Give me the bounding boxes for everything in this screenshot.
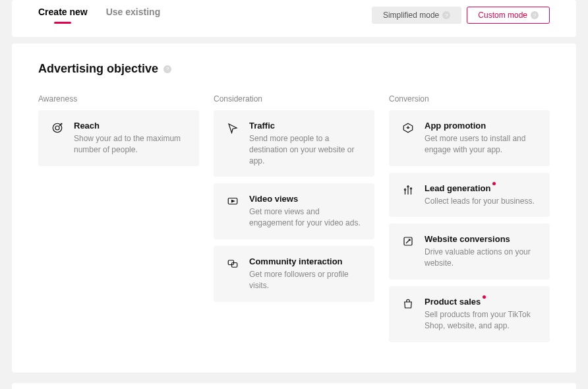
column-awareness: Awareness Reach Show your ad to the maxi…: [38, 94, 199, 349]
video-icon: [225, 194, 240, 229]
conversion-icon: [401, 234, 415, 269]
column-conversion: Conversion App promotion Get more users …: [389, 94, 550, 349]
card-desc: Drive valuable actions on your website.: [425, 247, 538, 269]
cursor-icon: [225, 121, 240, 166]
card-reach[interactable]: Reach Show your ad to the maximum number…: [38, 110, 199, 166]
simplified-mode-label: Simplified mode: [383, 11, 439, 20]
card-desc: Get more views and engagement for your v…: [249, 206, 363, 229]
leads-icon: [401, 183, 415, 207]
card-title: Video views: [249, 194, 298, 204]
app-icon: [401, 121, 415, 156]
card-desc: Send more people to a destination on you…: [249, 133, 363, 166]
top-panel: Create new Use existing Simplified mode …: [12, 0, 576, 37]
footer-panel: Continue: [12, 383, 576, 389]
svg-point-6: [407, 185, 409, 187]
svg-point-5: [404, 189, 405, 190]
svg-point-7: [410, 187, 411, 189]
card-community[interactable]: Community interaction Get more followers…: [214, 246, 374, 302]
section-title: Advertising objective: [38, 62, 158, 76]
objective-panel: Advertising objective ? Awareness Reach …: [12, 44, 576, 373]
custom-mode-button[interactable]: Custom mode ?: [467, 7, 550, 24]
card-desc: Show your ad to the maximum number of pe…: [74, 133, 187, 156]
target-icon: [50, 121, 65, 156]
top-tabs: Create new Use existing: [38, 7, 160, 22]
card-desc: Collect leads for your business.: [425, 196, 538, 207]
community-icon: [225, 256, 240, 291]
mode-switch: Simplified mode ? Custom mode ?: [372, 7, 550, 24]
card-lead-generation[interactable]: Lead generation Collect leads for your b…: [389, 173, 550, 218]
card-desc: Get more followers or profile visits.: [249, 269, 363, 291]
help-icon: ?: [442, 11, 450, 19]
card-product-sales[interactable]: Product sales Sell products from your Ti…: [389, 286, 550, 342]
tab-use-existing[interactable]: Use existing: [106, 7, 160, 22]
tab-create-new[interactable]: Create new: [38, 7, 88, 22]
svg-point-1: [55, 126, 59, 130]
simplified-mode-button[interactable]: Simplified mode ?: [372, 7, 461, 24]
custom-mode-label: Custom mode: [478, 11, 527, 20]
card-title: Community interaction: [249, 256, 343, 266]
card-app-promotion[interactable]: App promotion Get more users to install …: [389, 110, 550, 166]
card-desc: Get more users to install and engage wit…: [425, 133, 538, 156]
column-consideration: Consideration Traffic Send more people t…: [214, 94, 374, 349]
objective-columns: Awareness Reach Show your ad to the maxi…: [38, 94, 550, 349]
bag-icon: [401, 297, 415, 332]
card-traffic[interactable]: Traffic Send more people to a destinatio…: [214, 110, 374, 177]
card-title: Website conversions: [425, 234, 510, 244]
column-head-conversion: Conversion: [389, 94, 550, 104]
card-title: Lead generation: [425, 183, 490, 193]
section-title-row: Advertising objective ?: [38, 62, 550, 76]
card-title: Reach: [74, 121, 100, 131]
card-title: Traffic: [249, 121, 275, 131]
column-head-awareness: Awareness: [38, 94, 199, 104]
card-video-views[interactable]: Video views Get more views and engagemen…: [214, 183, 374, 239]
column-head-consideration: Consideration: [214, 94, 374, 104]
card-website-conversions[interactable]: Website conversions Drive valuable actio…: [389, 224, 550, 280]
help-icon: ?: [163, 65, 171, 73]
help-icon: ?: [531, 11, 539, 19]
card-desc: Sell products from your TikTok Shop, web…: [425, 309, 538, 332]
card-title: App promotion: [425, 121, 486, 131]
card-title: Product sales: [425, 297, 481, 307]
